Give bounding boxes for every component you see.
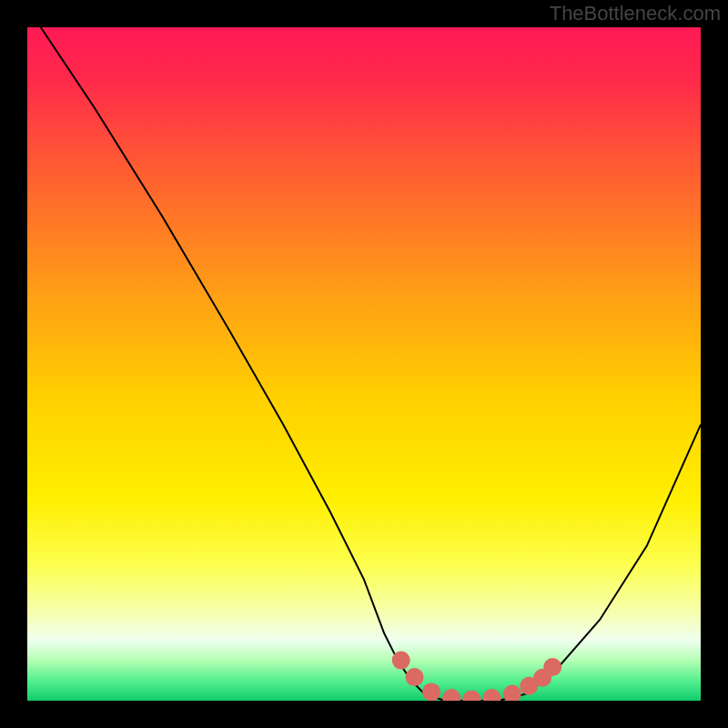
watermark-text: TheBottleneck.com xyxy=(550,2,721,25)
marker-dot xyxy=(422,682,440,701)
marker-dot xyxy=(406,668,424,686)
chart-svg xyxy=(27,27,701,701)
chart-container: TheBottleneck.com xyxy=(0,0,728,728)
gradient-background xyxy=(27,27,701,701)
marker-dot xyxy=(392,652,410,670)
plot-area xyxy=(27,27,701,701)
marker-dot xyxy=(543,658,561,676)
